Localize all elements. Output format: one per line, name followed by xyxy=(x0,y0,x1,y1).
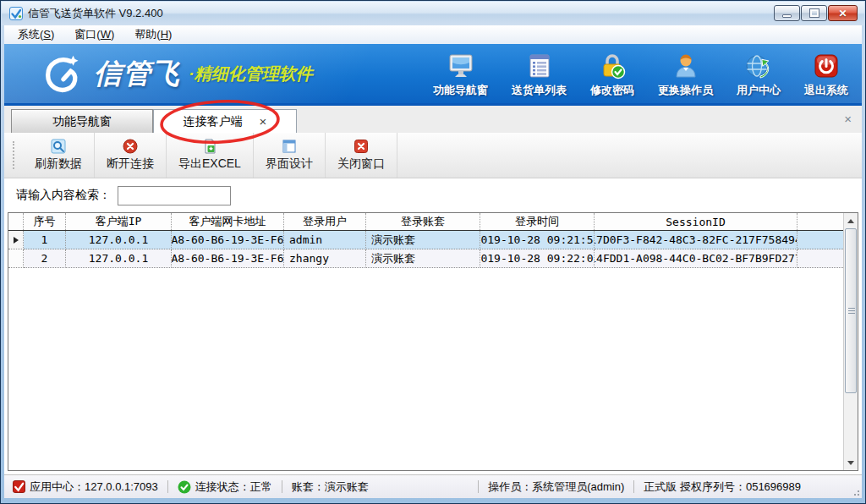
toolbar: 刷新数据 断开连接 导出EXCEL 界面设计 xyxy=(4,133,862,178)
vertical-scrollbar[interactable] xyxy=(843,213,858,470)
tab-nav-window[interactable]: 功能导航窗 xyxy=(11,109,153,133)
switch-operator-button[interactable]: 更换操作员 xyxy=(658,52,713,98)
refresh-data-icon xyxy=(51,139,66,154)
ui-design-button[interactable]: 界面设计 xyxy=(254,133,326,178)
title-bar: 信管飞送货单软件 V9.2.400 ✕ xyxy=(2,2,864,25)
selected-row-arrow-icon xyxy=(14,237,19,244)
delivery-list-icon xyxy=(525,52,554,80)
brand: 信管飞 ·精细化管理软件 xyxy=(40,51,313,96)
status-separator xyxy=(478,480,479,493)
connection-ok-icon xyxy=(178,480,191,494)
col-header[interactable]: SessionID xyxy=(595,213,797,230)
col-header[interactable]: 客户端IP xyxy=(66,213,172,230)
maximize-icon xyxy=(810,9,819,17)
minimize-icon xyxy=(782,14,792,18)
close-window-icon xyxy=(354,139,369,154)
monitor-icon xyxy=(447,52,475,80)
close-window-button[interactable]: 关闭窗口 xyxy=(326,133,397,178)
content-panel: 请输入内容检索： 序号 客户端IP 客户端网卡地址 登录用户 登录账套 登录时间… xyxy=(4,178,862,474)
disconnect-icon xyxy=(123,139,138,154)
status-bar: 应用中心：127.0.0.1:7093 连接状态：正常 账套：演示账套 操作员：… xyxy=(4,474,862,498)
tab-connected-clients[interactable]: 连接客户端 × xyxy=(153,109,297,133)
thumb-grip-icon xyxy=(848,308,855,314)
tabbar-close-icon[interactable]: × xyxy=(844,112,852,126)
arrow-up-icon xyxy=(847,219,854,223)
app-window: 信管飞送货单软件 V9.2.400 ✕ 系统(S) 窗口(W) 帮助(H) 信管… xyxy=(0,0,866,504)
brand-slogan: ·精细化管理软件 xyxy=(189,63,313,85)
table-row[interactable]: 2 127.0.0.1 A8-60-B6-19-3E-F6 zhangy 演示账… xyxy=(8,249,843,268)
exit-power-icon xyxy=(812,52,841,80)
search-row: 请输入内容检索： xyxy=(4,178,862,212)
status-connection: 连接状态：正常 xyxy=(178,479,272,495)
search-input[interactable] xyxy=(118,186,231,205)
switch-user-icon xyxy=(671,52,700,80)
close-button[interactable]: ✕ xyxy=(828,5,858,21)
window-title: 信管飞送货单软件 V9.2.400 xyxy=(28,6,163,21)
menu-help[interactable]: 帮助(H) xyxy=(134,27,172,42)
nav-window-button[interactable]: 功能导航窗 xyxy=(433,52,488,98)
clients-table: 序号 客户端IP 客户端网卡地址 登录用户 登录账套 登录时间 SessionI… xyxy=(8,212,858,471)
search-label: 请输入内容检索： xyxy=(16,188,111,203)
status-separator xyxy=(282,480,282,493)
header-selector-cell xyxy=(8,213,24,230)
menu-system[interactable]: 系统(S) xyxy=(18,27,54,42)
user-center-globe-icon xyxy=(744,52,773,80)
password-lock-icon xyxy=(598,52,627,80)
ui-design-icon xyxy=(282,139,297,154)
status-account: 账套：演示账套 xyxy=(292,479,369,495)
export-excel-icon xyxy=(202,139,217,154)
brand-header: 信管飞 ·精细化管理软件 功能导航窗 xyxy=(4,44,862,103)
window-controls: ✕ xyxy=(774,5,858,21)
row-selector-cell xyxy=(8,249,24,268)
close-icon: ✕ xyxy=(838,8,847,19)
brand-name: 信管飞 xyxy=(94,55,180,93)
col-header[interactable]: 序号 xyxy=(24,213,66,230)
export-excel-button[interactable]: 导出EXCEL xyxy=(167,133,254,178)
col-header[interactable]: 登录账套 xyxy=(366,213,480,230)
status-license: 正式版 授权序列号：051696989 xyxy=(644,479,801,495)
status-app-center: 应用中心：127.0.0.1:7093 xyxy=(13,479,158,495)
row-selector-cell xyxy=(8,231,24,249)
refresh-data-button[interactable]: 刷新数据 xyxy=(23,133,95,178)
col-header[interactable]: 登录用户 xyxy=(284,213,366,230)
col-header[interactable]: 登录时间 xyxy=(480,213,595,230)
tab-bar: 功能导航窗 连接客户端 × × xyxy=(4,103,862,133)
status-operator: 操作员：系统管理员(admin) xyxy=(488,479,624,495)
header-actions: 功能导航窗 送货单列表 修改密码 xyxy=(433,52,848,98)
app-logo-icon xyxy=(9,7,23,20)
app-center-logo-icon xyxy=(13,480,25,493)
status-separator xyxy=(633,480,634,493)
maximize-button[interactable] xyxy=(801,5,827,21)
resize-grip[interactable] xyxy=(849,485,859,496)
user-center-button[interactable]: 用户中心 xyxy=(737,52,781,98)
scroll-down-button[interactable] xyxy=(844,456,858,469)
change-password-button[interactable]: 修改密码 xyxy=(590,52,634,98)
scrollbar-thumb[interactable] xyxy=(845,228,857,393)
table-row[interactable]: 1 127.0.0.1 A8-60-B6-19-3E-F6 admin 演示账套… xyxy=(8,231,843,249)
toolbar-drag-handle[interactable] xyxy=(13,141,19,169)
menu-window[interactable]: 窗口(W) xyxy=(74,27,114,42)
tab-close-icon[interactable]: × xyxy=(260,114,267,129)
table-header-row: 序号 客户端IP 客户端网卡地址 登录用户 登录账套 登录时间 SessionI… xyxy=(8,213,843,231)
grid: 序号 客户端IP 客户端网卡地址 登录用户 登录账套 登录时间 SessionI… xyxy=(8,213,843,470)
exit-system-button[interactable]: 退出系统 xyxy=(804,52,848,98)
status-separator xyxy=(167,480,168,493)
disconnect-button[interactable]: 断开连接 xyxy=(95,133,167,178)
scroll-up-button[interactable] xyxy=(844,214,858,227)
delivery-list-button[interactable]: 送货单列表 xyxy=(512,52,567,98)
col-header[interactable]: 客户端网卡地址 xyxy=(172,213,284,230)
arrow-down-icon xyxy=(847,461,854,465)
brand-logo-icon xyxy=(40,51,85,96)
menu-bar: 系统(S) 窗口(W) 帮助(H) xyxy=(4,25,862,44)
minimize-button[interactable] xyxy=(774,5,800,21)
